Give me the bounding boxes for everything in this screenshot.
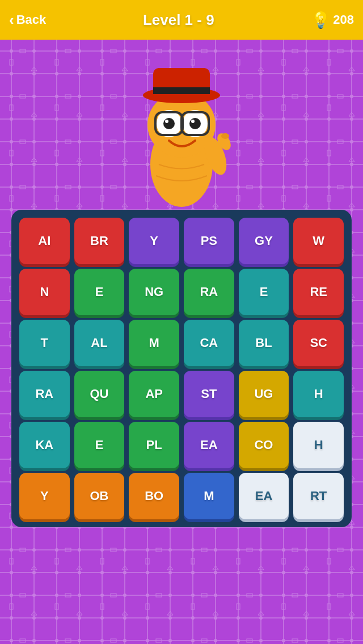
tile[interactable]: E — [239, 269, 289, 315]
back-button[interactable]: ‹ Back — [9, 11, 46, 29]
tile[interactable]: Y — [129, 218, 179, 264]
character-area — [96, 40, 267, 215]
tile[interactable]: RA — [19, 371, 70, 417]
tile[interactable]: BO — [129, 473, 179, 519]
tile[interactable]: E — [74, 269, 125, 315]
tile[interactable]: T — [19, 320, 70, 366]
header: ‹ Back Level 1 - 9 💡 208 — [0, 0, 363, 40]
tile[interactable]: BR — [74, 218, 125, 264]
tile[interactable]: CA — [184, 320, 234, 366]
tile[interactable]: RE — [293, 269, 344, 315]
character-svg — [119, 51, 244, 215]
tile[interactable]: Y — [19, 473, 70, 519]
tile[interactable]: RT — [293, 473, 344, 519]
tile-grid: AIBRYPSGYWNENGRAERETALMCABLSCRAQUAPSTUGH… — [19, 218, 344, 519]
tile[interactable]: EA — [239, 473, 289, 519]
tile[interactable]: OB — [74, 473, 125, 519]
svg-rect-16 — [153, 87, 210, 94]
tile[interactable]: UG — [239, 371, 289, 417]
svg-point-22 — [163, 118, 175, 129]
tile[interactable]: GY — [239, 218, 289, 264]
tile[interactable]: E — [74, 422, 125, 468]
tile[interactable]: N — [19, 269, 70, 315]
tile[interactable]: KA — [19, 422, 70, 468]
back-chevron-icon: ‹ — [9, 11, 14, 29]
tile[interactable]: NG — [129, 269, 179, 315]
tile[interactable]: M — [129, 320, 179, 366]
hints-area: 💡 208 — [311, 11, 354, 29]
background: AIBRYPSGYWNENGRAERETALMCABLSCRAQUAPSTUGH… — [0, 40, 363, 644]
tile[interactable]: QU — [74, 371, 125, 417]
svg-point-25 — [191, 120, 195, 123]
tile[interactable]: AI — [19, 218, 70, 264]
svg-point-28 — [221, 133, 229, 139]
tile[interactable]: BL — [239, 320, 289, 366]
grid-container: AIBRYPSGYWNENGRAERETALMCABLSCRAQUAPSTUGH… — [11, 210, 352, 527]
tile[interactable]: CO — [239, 422, 289, 468]
tile[interactable]: ST — [184, 371, 234, 417]
svg-point-24 — [189, 118, 201, 129]
hints-count: 208 — [333, 12, 354, 27]
tile[interactable]: AL — [74, 320, 125, 366]
svg-point-23 — [165, 120, 168, 123]
level-title: Level 1 - 9 — [143, 11, 214, 29]
tile[interactable]: H — [293, 422, 344, 468]
tile[interactable]: PL — [129, 422, 179, 468]
back-label: Back — [16, 12, 47, 27]
tile[interactable]: PS — [184, 218, 234, 264]
tile[interactable]: EA — [184, 422, 234, 468]
hint-bulb-icon[interactable]: 💡 — [311, 11, 331, 29]
tile[interactable]: SC — [293, 320, 344, 366]
tile[interactable]: H — [293, 371, 344, 417]
tile[interactable]: RA — [184, 269, 234, 315]
tile[interactable]: AP — [129, 371, 179, 417]
tile[interactable]: W — [293, 218, 344, 264]
tile[interactable]: M — [184, 473, 234, 519]
